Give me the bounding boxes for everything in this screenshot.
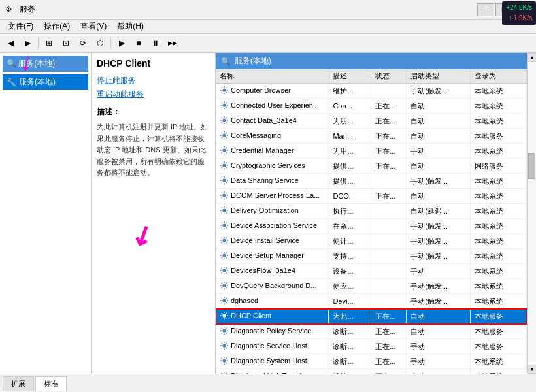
col-desc[interactable]: 描述 bbox=[329, 69, 371, 84]
scroll-down-arrow[interactable]: ▼ bbox=[528, 365, 536, 374]
minimize-button[interactable]: ─ bbox=[477, 3, 494, 16]
service-name-cell: Connected User Experien... bbox=[216, 99, 329, 114]
col-startup[interactable]: 启动类型 bbox=[407, 69, 470, 84]
table-row[interactable]: Data Sharing Service 提供...手动(触发...本地系统 bbox=[216, 174, 527, 189]
col-name[interactable]: 名称 bbox=[216, 69, 329, 84]
table-row[interactable]: Diagnostic Service Host 诊断...正在...手动本地服务 bbox=[216, 339, 527, 354]
service-name-cell: Cryptographic Services bbox=[216, 159, 329, 174]
service-name-cell: Contact Data_3a1e4 bbox=[216, 114, 329, 129]
services-table: 名称 描述 状态 启动类型 登录为 bbox=[216, 69, 527, 374]
svg-point-9 bbox=[222, 223, 226, 227]
table-header-bar: 🔍 服务(本地) bbox=[216, 53, 527, 69]
right-scrollbar[interactable]: ▲ ▼ bbox=[527, 53, 536, 374]
service-icon-5: Cryptographic Services bbox=[220, 161, 305, 170]
service-name-cell: Diagnostic Policy Service bbox=[216, 324, 329, 339]
menu-bar: 文件(F) 操作(A) 查看(V) 帮助(H) bbox=[0, 20, 536, 34]
scroll-track[interactable] bbox=[528, 62, 536, 365]
service-desc-cell: 提供... bbox=[329, 174, 371, 189]
table-row[interactable]: DCOM Server Process La... DCO...正在...自动本… bbox=[216, 189, 527, 204]
service-icon-7: DCOM Server Process La... bbox=[220, 191, 320, 200]
description-text: 为此计算机注册并更新 IP 地址。如果此服务停止，计算机将不能接收动态 IP 地… bbox=[97, 122, 210, 179]
tab-standard[interactable]: 标准 bbox=[35, 376, 67, 391]
menu-view[interactable]: 查看(V) bbox=[75, 20, 112, 33]
menu-action[interactable]: 操作(A) bbox=[39, 20, 75, 33]
service-name-cell: Device Install Service bbox=[216, 234, 329, 249]
scroll-thumb[interactable] bbox=[528, 153, 535, 179]
table-row[interactable]: DevQuery Background D... 使应...手动(触发...本地… bbox=[216, 279, 527, 294]
restart-service-link[interactable]: 重启动此服务 bbox=[97, 89, 210, 100]
stop-service-link[interactable]: 停止此服务 bbox=[97, 75, 210, 86]
table-row[interactable]: Device Association Service 在系...手动(触发...… bbox=[216, 219, 527, 234]
table-row[interactable]: DevicesFlow_3a1e4 设备...手动本地系统 bbox=[216, 264, 527, 279]
service-startup-cell: 自动 bbox=[407, 129, 470, 144]
table-row[interactable]: CoreMessaging Man...正在...自动本地服务 bbox=[216, 129, 527, 144]
view-button[interactable]: ⊡ bbox=[58, 36, 74, 50]
service-icon-0: Computer Browser bbox=[220, 86, 291, 95]
service-icon-14: dghased bbox=[220, 296, 258, 305]
table-row[interactable]: Diagnostic System Host 诊断...正在...手动本地系统 bbox=[216, 354, 527, 369]
service-desc-cell: Con... bbox=[329, 99, 371, 114]
start-service-button[interactable]: ▶ bbox=[114, 36, 129, 50]
service-login-cell: 本地服务 bbox=[470, 129, 526, 144]
service-desc-cell: 诊断... bbox=[329, 339, 371, 354]
menu-file[interactable]: 文件(F) bbox=[3, 20, 39, 33]
svg-point-4 bbox=[222, 148, 226, 152]
table-row[interactable]: Delivery Optimization 执行...自动(延迟...本地系统 bbox=[216, 204, 527, 219]
show-hide-tree-button[interactable]: ⊞ bbox=[41, 36, 57, 50]
sidebar-header-label: 服务(本地) bbox=[18, 59, 55, 68]
sidebar-item-local-services[interactable]: 🔧 服务(本地) bbox=[3, 74, 88, 90]
service-login-cell: 本地系统 bbox=[470, 204, 526, 219]
table-row[interactable]: Distributed Link Tracking... 维护...正在...自… bbox=[216, 369, 527, 374]
services-table-container[interactable]: 名称 描述 状态 启动类型 登录为 bbox=[216, 69, 527, 374]
table-row[interactable]: Diagnostic Policy Service 诊断...正在...自动本地… bbox=[216, 324, 527, 339]
service-status-cell: 正在... bbox=[371, 129, 407, 144]
service-name-cell: DevicesFlow_3a1e4 bbox=[216, 264, 329, 279]
service-login-cell: 本地系统 bbox=[470, 84, 526, 99]
service-startup-cell: 自动 bbox=[407, 189, 470, 204]
resume-service-button[interactable]: ▶▶ bbox=[165, 36, 180, 50]
stop-service-button[interactable]: ■ bbox=[131, 36, 146, 50]
table-row[interactable]: Computer Browser 维护...手动(触发...本地系统 bbox=[216, 84, 527, 99]
service-name-cell: Device Setup Manager bbox=[216, 249, 329, 264]
pause-service-button[interactable]: ⏸ bbox=[148, 36, 163, 50]
sidebar-item-label: 服务(本地) bbox=[19, 76, 56, 88]
col-status[interactable]: 状态 bbox=[371, 69, 407, 84]
toolbar-separator-2 bbox=[110, 37, 111, 49]
service-icon-13: DevQuery Background D... bbox=[220, 281, 316, 290]
service-status-cell bbox=[371, 219, 407, 234]
export-button[interactable]: ⬡ bbox=[92, 36, 108, 50]
service-desc-cell: 为朋... bbox=[329, 114, 371, 129]
svg-point-1 bbox=[222, 103, 226, 106]
table-row[interactable]: Contact Data_3a1e4 为朋...正在...自动本地系统 bbox=[216, 114, 527, 129]
service-startup-cell: 手动 bbox=[407, 144, 470, 159]
table-row[interactable]: Connected User Experien... Con...正在...自动… bbox=[216, 99, 527, 114]
scroll-up-arrow[interactable]: ▲ bbox=[528, 53, 536, 62]
service-icon-15: DHCP Client bbox=[220, 311, 271, 320]
service-status-cell: 正在... bbox=[371, 99, 407, 114]
service-status-cell bbox=[371, 264, 407, 279]
col-login[interactable]: 登录为 bbox=[470, 69, 526, 84]
table-row[interactable]: dghased Devi...手动(触发...本地系统 bbox=[216, 294, 527, 309]
service-name-cell: Distributed Link Tracking... bbox=[216, 369, 329, 374]
table-row[interactable]: Credential Manager 为用...正在...手动本地系统 bbox=[216, 144, 527, 159]
tab-expand[interactable]: 扩展 bbox=[3, 376, 34, 391]
back-button[interactable]: ◀ bbox=[3, 36, 18, 50]
service-login-cell: 本地服务 bbox=[470, 339, 526, 354]
service-desc-cell: 执行... bbox=[329, 204, 371, 219]
service-startup-cell: 手动(触发... bbox=[407, 294, 470, 309]
menu-help[interactable]: 帮助(H) bbox=[112, 20, 149, 33]
table-header-search-icon: 🔍 bbox=[221, 57, 231, 66]
forward-button[interactable]: ▶ bbox=[20, 36, 35, 50]
service-name-cell: dghased bbox=[216, 294, 329, 309]
table-row[interactable]: Device Setup Manager 支持...手动(触发...本地系统 bbox=[216, 249, 527, 264]
table-row[interactable]: DHCP Client 为此...正在...自动本地服务 bbox=[216, 309, 527, 324]
table-row[interactable]: Device Install Service 使计...手动(触发...本地系统 bbox=[216, 234, 527, 249]
service-desc-cell: 在系... bbox=[329, 219, 371, 234]
service-login-cell: 本地系统 bbox=[470, 144, 526, 159]
service-desc-cell: 为用... bbox=[329, 144, 371, 159]
service-icon-18: Diagnostic System Host bbox=[220, 356, 307, 365]
refresh-button[interactable]: ⟳ bbox=[75, 36, 91, 50]
service-desc-cell: 设备... bbox=[329, 264, 371, 279]
service-name-cell: Credential Manager bbox=[216, 144, 329, 159]
table-row[interactable]: Cryptographic Services 提供...正在...自动网络服务 bbox=[216, 159, 527, 174]
